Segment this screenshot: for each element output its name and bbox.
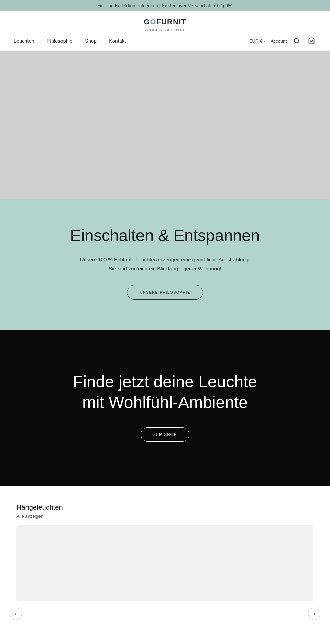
philosophy-button[interactable]: UNSERE PHILOSOPHIE bbox=[127, 285, 203, 300]
nav-philosophie[interactable]: Philosophie bbox=[47, 38, 73, 44]
philosophy-section: Einschalten & Entspannen Unsere 100 % Ec… bbox=[0, 199, 330, 330]
logo-tagline: creating calmness bbox=[145, 27, 185, 31]
search-button[interactable] bbox=[292, 36, 301, 45]
carousel-controls: ‹ › bbox=[0, 601, 330, 630]
header-actions: EUR € ▾ Account bbox=[249, 36, 316, 46]
products-carousel: ‹ › bbox=[0, 525, 330, 630]
shop-heading: Finde jetzt deine Leuchte mit Wohlfühl-A… bbox=[14, 372, 316, 413]
announcement-text: Fineline Kollektion entdecken | Kostenlo… bbox=[97, 3, 233, 8]
carousel-next-button[interactable]: › bbox=[308, 608, 320, 620]
philosophy-heading: Einschalten & Entspannen bbox=[14, 226, 316, 245]
shop-button[interactable]: ZUM SHOP bbox=[141, 427, 190, 442]
nav-leuchten[interactable]: Leuchten bbox=[14, 38, 34, 44]
shop-heading-line2: mit Wohlfühl-Ambiente bbox=[82, 393, 248, 411]
philosophy-line1: Unsere 100 % Echtholz-Leuchten erzeugen … bbox=[80, 257, 250, 262]
cart-button[interactable] bbox=[307, 36, 316, 46]
currency-label: EUR € bbox=[249, 38, 262, 44]
hero-section bbox=[0, 51, 330, 199]
chevron-left-icon: ‹ bbox=[15, 611, 17, 617]
logo-accent-o: O bbox=[150, 18, 156, 26]
svg-line-1 bbox=[298, 42, 299, 43]
chevron-right-icon: › bbox=[314, 611, 315, 617]
header: GOFURNIT creating calmness Leuchten Phil… bbox=[0, 11, 330, 51]
product-card bbox=[16, 525, 314, 601]
nav-shop[interactable]: Shop bbox=[85, 38, 97, 44]
all-products-link[interactable]: Alle anzeigen bbox=[16, 513, 43, 519]
account-label: Account bbox=[271, 38, 287, 44]
search-icon bbox=[294, 38, 300, 44]
cart-icon bbox=[308, 37, 315, 44]
carousel-prev-button[interactable]: ‹ bbox=[10, 608, 22, 620]
philosophy-body: Unsere 100 % Echtholz-Leuchten erzeugen … bbox=[14, 255, 316, 273]
shop-section: Finde jetzt deine Leuchte mit Wohlfühl-A… bbox=[0, 330, 330, 486]
nav-kontakt[interactable]: Kontakt bbox=[109, 38, 126, 44]
currency-selector[interactable]: EUR € ▾ bbox=[249, 38, 265, 44]
logo: GOFURNIT creating calmness bbox=[144, 18, 186, 31]
chevron-down-icon: ▾ bbox=[263, 39, 265, 43]
philosophy-line2: Sie sind zugleich ein Blickfang in jeder… bbox=[109, 265, 221, 271]
products-section: Hängeleuchten Alle anzeigen ‹ › bbox=[0, 486, 330, 630]
account-link[interactable]: Account bbox=[271, 38, 287, 44]
nav-row: Leuchten Philosophie Shop Kontakt EUR € … bbox=[14, 36, 316, 46]
products-heading: Hängeleuchten bbox=[16, 504, 314, 511]
main-nav: Leuchten Philosophie Shop Kontakt bbox=[14, 38, 126, 44]
announcement-bar: Fineline Kollektion entdecken | Kostenlo… bbox=[0, 0, 330, 11]
logo-wordmark: GOFURNIT bbox=[144, 18, 186, 26]
products-header: Hängeleuchten Alle anzeigen bbox=[0, 504, 330, 525]
shop-heading-line1: Finde jetzt deine Leuchte bbox=[73, 373, 257, 391]
